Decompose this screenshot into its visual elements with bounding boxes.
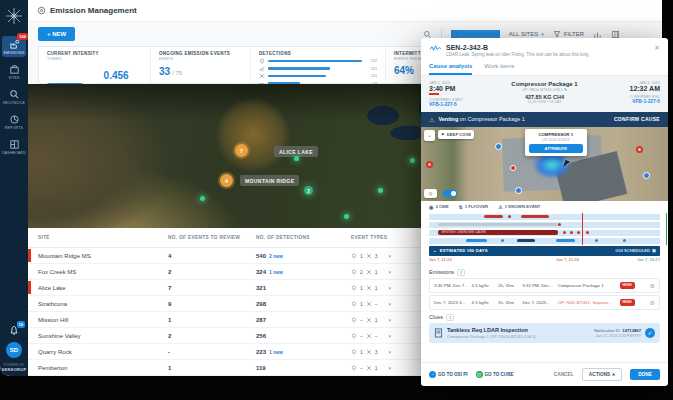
site-dot[interactable] xyxy=(200,196,205,201)
row-expand-chevron[interactable]: ▾ xyxy=(389,365,392,371)
satellite-view[interactable]: + ⚑ DEEP COVE COMPRESSOR 1 OP-3234-32342… xyxy=(421,127,668,201)
satellite-icon xyxy=(351,253,357,259)
sites-icon xyxy=(9,64,20,75)
timeline-dates: Jan 7, 11:24 Jan 7, 11:24 Jan 7, 16:27 xyxy=(429,257,660,265)
end-link[interactable]: VFB-1-227-5 xyxy=(632,99,660,104)
kpi-ongoing-events[interactable]: ONGOING EMISSION EVENTS EVENTS 33 / 75 xyxy=(151,47,251,83)
kpi-current-intensity[interactable]: CURRENT INTENSITY TONNES 0.456 TONNES CO… xyxy=(39,47,151,83)
event-timeline[interactable]: VENTING: UNKNOWN CAUSE ⌄ESTIMATED 180 DA… xyxy=(421,213,668,265)
time-filter-button[interactable]: THIS MONTH xyxy=(451,30,499,38)
sidebar-item-dashboard[interactable]: DASHBOARD xyxy=(2,136,26,157)
emissions-section: Emissions 2 3:40 PM, Dec 7... 4.5 kg/hr … xyxy=(421,265,668,312)
notifications-button[interactable]: 19 xyxy=(8,324,20,336)
flyover-marker[interactable] xyxy=(495,143,502,150)
sidebar-item-reconcile[interactable]: RECONCILE xyxy=(2,86,26,107)
sidebar-item-label: RECONCILE xyxy=(3,101,25,105)
actions-button[interactable]: ACTIONS ∧ xyxy=(582,368,622,381)
start-link[interactable]: VFB-1-227-5 xyxy=(429,102,489,107)
scheduled-marker xyxy=(666,213,667,245)
row-expand-chevron[interactable]: ▾ xyxy=(389,301,392,307)
go-to-cube-button[interactable]: ◱ GO TO CUBE xyxy=(476,371,514,378)
asset-tooltip: COMPRESSOR 1 OP-3234-323423 ATTRIBUTE xyxy=(525,129,587,156)
sidebar-item-label: DASHBOARD xyxy=(2,151,26,155)
row-expand-chevron[interactable]: ▾ xyxy=(389,253,392,259)
gear-icon[interactable]: ⚙ xyxy=(650,282,655,289)
cme-icon: ◉ xyxy=(429,204,433,210)
timeline-summary-bar: ⌄ESTIMATED 180 DAYS OGI SCHEDULED▣ xyxy=(429,246,660,256)
known-event-marker[interactable] xyxy=(636,146,643,153)
emission-row[interactable]: 3:40 PM, Dec 7... 4.5 kg/hr 2h, 31m 5:31… xyxy=(429,278,660,293)
attribute-button[interactable]: ATTRIBUTE xyxy=(529,144,583,153)
col-detections: NO. OF DETECTIONS xyxy=(256,235,351,240)
site-filter-dropdown[interactable]: ALL SITES▾ xyxy=(509,31,544,37)
row-expand-chevron[interactable]: ▾ xyxy=(389,349,392,355)
drone-icon xyxy=(366,365,372,371)
emission-row[interactable]: Dec 7, 2023 3... 4.5 kg/hr 2h, 31m Dec 7… xyxy=(429,295,660,310)
start-time: 3:40 PM xyxy=(429,85,489,92)
tab-work-items[interactable]: Work items xyxy=(484,63,514,75)
row-expand-chevron[interactable]: ▾ xyxy=(389,317,392,323)
sidebar-item-emissions[interactable]: 100 EMISSIONS xyxy=(2,36,26,57)
site-dot[interactable] xyxy=(378,188,383,193)
row-expand-chevron[interactable]: ▾ xyxy=(389,285,392,291)
user-avatar[interactable]: SD xyxy=(6,342,22,358)
crosshair-icon[interactable]: + xyxy=(424,130,435,141)
plane-icon xyxy=(259,66,265,72)
gear-icon[interactable]: ⚙ xyxy=(650,299,655,306)
map-cluster-alice-lake[interactable]: 7 xyxy=(235,144,248,157)
site-dot[interactable] xyxy=(344,214,349,219)
timeline-row xyxy=(429,222,660,228)
sidebar-item-sites[interactable]: SITES xyxy=(2,61,26,82)
go-to-osipi-button[interactable]: ◔ GO TO OSI PI xyxy=(429,371,468,378)
map-cluster-mountain-ridge[interactable]: 4 xyxy=(220,174,233,187)
clues-count: 1 xyxy=(446,314,454,321)
col-event-types: EVENT TYPES xyxy=(351,235,409,240)
layer-toggle[interactable] xyxy=(443,190,457,197)
clue-check-icon[interactable]: ✓ xyxy=(645,328,655,338)
cause-banner: ⚠ Venting on Compressor Package 1 CONFIR… xyxy=(421,112,668,127)
drone-icon xyxy=(366,285,372,291)
warning-icon: ⚠ xyxy=(429,116,434,123)
eye-icon[interactable]: ◎ xyxy=(424,189,437,198)
flyover-marker[interactable] xyxy=(515,187,522,194)
location-chip: ⚑ DEEP COVE xyxy=(438,130,474,139)
dashboard-icon xyxy=(9,139,20,150)
close-icon[interactable]: ✕ xyxy=(654,44,660,52)
known-event-icon: ⚠ xyxy=(498,204,502,210)
col-events: NO. OF EVENTS TO REVIEW xyxy=(168,235,256,240)
filter-button[interactable]: FILTER xyxy=(553,30,584,38)
sidebar-item-reports[interactable]: REPORTS xyxy=(2,111,26,132)
edit-pencil-icon[interactable]: ✎ xyxy=(564,88,567,92)
tab-cause-analysis[interactable]: Cause analysis xyxy=(429,63,472,75)
confirm-cause-button[interactable]: CONFIRM CAUSE xyxy=(614,116,660,122)
flyover-marker[interactable] xyxy=(643,172,650,179)
osipi-icon: ◔ xyxy=(429,371,436,378)
leak-source-marker[interactable] xyxy=(510,165,516,171)
drone-icon xyxy=(366,269,372,275)
emissions-badge: 100 xyxy=(17,33,28,40)
site-dot-cluster[interactable]: 2 xyxy=(304,186,313,195)
calendar-icon: ▣ xyxy=(652,248,656,253)
site-dot[interactable] xyxy=(294,156,299,161)
emissions-title: Emissions xyxy=(429,269,454,275)
new-button[interactable]: + NEW xyxy=(38,27,75,41)
clue-card[interactable]: Tankless Req LDAR Inspection Compressor … xyxy=(429,323,660,343)
sidebar: 100 EMISSIONS SITES RECONC xyxy=(0,0,28,376)
clues-section: Clues 1 Tankless Req LDAR Inspection Com… xyxy=(421,312,668,343)
titlebar: Emission Management xyxy=(28,0,662,22)
sidebar-item-label: EMISSIONS xyxy=(3,51,24,55)
cancel-button[interactable]: CANCEL xyxy=(554,372,574,377)
done-button[interactable]: DONE xyxy=(630,369,660,380)
panel-tabs: Cause analysis Work items xyxy=(421,59,668,76)
kpi-detections[interactable]: DETECTIONS 232 141 xyxy=(251,47,386,83)
row-expand-chevron[interactable]: ▾ xyxy=(389,269,392,275)
emission-halo xyxy=(216,98,290,172)
site-dot[interactable] xyxy=(410,158,415,163)
severity-badge: HIGH xyxy=(620,282,635,289)
expand-icon[interactable]: ⌄ xyxy=(433,248,437,253)
col-site: SITE xyxy=(28,235,168,240)
satellite-icon xyxy=(351,365,357,371)
source-link[interactable]: OP-7001-BT001- Separat... xyxy=(558,300,620,305)
row-expand-chevron[interactable]: ▾ xyxy=(389,333,392,339)
known-event-marker[interactable] xyxy=(426,161,433,168)
